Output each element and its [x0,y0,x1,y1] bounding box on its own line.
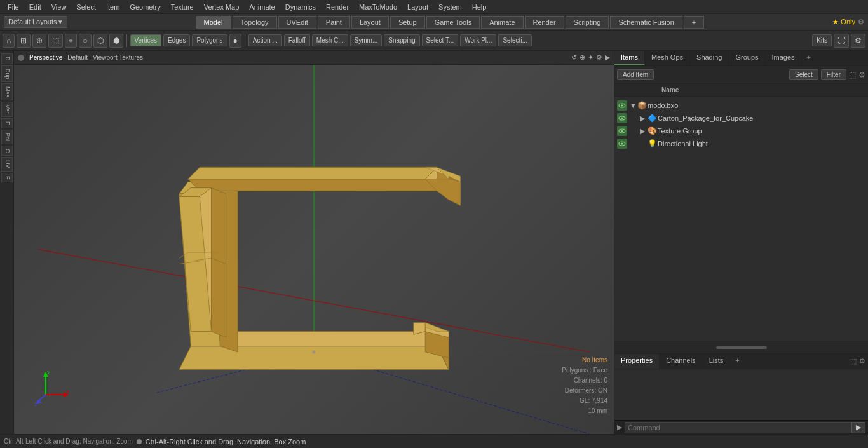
sidebar-btn-dup[interactable]: Dup [1,65,13,83]
work-plane-button[interactable]: Work Pl... [460,34,496,46]
tool-poly[interactable]: ⬡ [93,34,107,48]
menu-maxtomodo[interactable]: MaxToModo [354,2,402,12]
viewport-canvas[interactable]: Y X Z No Items Polygons : Face [14,65,614,434]
tab-setup[interactable]: Setup [390,16,425,29]
action-button[interactable]: Action ... [248,34,282,46]
panel-tab-add[interactable]: + [802,51,816,65]
tab-add[interactable]: + [684,16,704,29]
panel-tab-groups[interactable]: Groups [729,51,765,65]
tool-select-rect[interactable]: ⬚ [48,34,63,48]
filter-button[interactable]: Filter [821,69,846,80]
vp-pan-icon[interactable]: ✦ [588,53,593,62]
sidebar-btn-ver[interactable]: Ver [1,102,13,117]
tree-item-modo-bxo[interactable]: ▼ 📦 modo.bxo [614,99,868,112]
tab-game-tools[interactable]: Game Tools [426,16,480,29]
eye-icon-carton[interactable] [617,113,627,123]
mode-edges[interactable]: Edges [163,34,190,46]
tab-scripting[interactable]: Scripting [566,16,609,29]
command-run-button[interactable]: ▶ [851,422,865,433]
prop-tab-add[interactable]: + [730,354,744,369]
sidebar-btn-uv[interactable]: UV [1,157,13,172]
command-input[interactable] [625,422,851,433]
menu-edit[interactable]: Edit [24,2,46,12]
vp-settings-icon[interactable]: ⚙ [596,53,602,62]
menu-layout[interactable]: Layout [402,2,433,12]
eye-icon-dir-light[interactable] [617,139,627,149]
tool-lasso[interactable]: ⌖ [65,34,77,48]
menu-vertex-map[interactable]: Vertex Map [199,2,245,12]
tree-item-texture-group[interactable]: ▶ 🎨 Texture Group [614,125,868,137]
vp-zoom-icon[interactable]: ⊕ [580,53,585,62]
tree-arrow-modo-bxo[interactable]: ▼ [630,102,637,109]
kits-button[interactable]: Kits [812,34,832,46]
tab-model[interactable]: Model [196,16,231,29]
sidebar-btn-e[interactable]: E [1,118,13,128]
vp-play-icon[interactable]: ▶ [605,53,610,62]
tree-item-dir-light[interactable]: ▶ 💡 Directional Light [614,137,868,150]
select-button[interactable]: Select [789,69,818,80]
layout-dropdown[interactable]: Default Layouts ▾ [4,16,67,28]
tab-render[interactable]: Render [525,16,564,29]
selecti-button[interactable]: Selecti... [498,34,531,46]
menu-texture[interactable]: Texture [166,2,199,12]
eye-icon-modo-bxo[interactable] [617,100,627,111]
snap-button[interactable]: Snapping [384,34,419,46]
sidebar-btn-f[interactable]: F [1,173,13,183]
tool-grid[interactable]: ⊞ [17,34,31,48]
tab-uvedit[interactable]: UVEdit [278,16,316,29]
tab-schematic-fusion[interactable]: Schematic Fusion [610,16,682,29]
panel-expand-icon[interactable]: ⬚ [849,71,856,79]
mode-item[interactable]: ● [229,34,241,48]
panel-settings-icon[interactable]: ⚙ [858,71,865,79]
sidebar-btn-d[interactable]: D [1,53,13,64]
sidebar-btn-c[interactable]: C [1,146,13,156]
prop-tab-lists[interactable]: Lists [703,354,731,369]
tab-paint[interactable]: Paint [318,16,350,29]
menu-item[interactable]: Item [101,2,125,12]
prop-expand-icon[interactable]: ⬚ [850,357,857,365]
tool-item[interactable]: ⬢ [109,34,123,48]
vp-rotate-icon[interactable]: ↺ [571,53,577,62]
prop-settings-icon[interactable]: ⚙ [859,357,865,365]
tab-layout[interactable]: Layout [351,16,389,29]
panel-tab-items[interactable]: Items [614,51,645,65]
mode-vertices[interactable]: Vertices [130,34,162,46]
panel-tab-meshops[interactable]: Mesh Ops [645,51,690,65]
menu-geometry[interactable]: Geometry [125,2,165,12]
menu-system[interactable]: System [433,2,467,12]
tree-item-carton[interactable]: ▶ 🔷 Carton_Package_for_Cupcake [614,112,868,125]
tree-arrow-carton[interactable]: ▶ [640,114,648,123]
tree-arrow-texture[interactable]: ▶ [640,127,648,135]
select-tool-button[interactable]: Select T... [422,34,459,46]
tool-crosshair[interactable]: ⊕ [32,34,46,48]
menu-view[interactable]: View [46,2,72,12]
sidebar-btn-pol[interactable]: Pol [1,130,13,144]
scene-tree[interactable]: ▼ 📦 modo.bxo ▶ 🔷 Carton_Package_for_Cupc… [614,97,868,341]
tab-topology[interactable]: Topology [233,16,277,29]
prop-tab-properties[interactable]: Properties [614,354,660,369]
panel-tab-shading[interactable]: Shading [690,51,729,65]
add-item-button[interactable]: Add Item [617,69,654,80]
menu-help[interactable]: Help [467,2,492,12]
panel-tab-images[interactable]: Images [766,51,802,65]
bottom-status-bar: Ctrl-Alt-Left Click and Drag: Navigation… [0,434,868,448]
symm-button[interactable]: Symm... [350,34,383,46]
tab-animate[interactable]: Animate [481,16,523,29]
menu-select[interactable]: Select [71,2,101,12]
tool-circle[interactable]: ○ [79,34,91,48]
settings-button[interactable]: ⚙ [851,34,865,48]
sidebar-btn-mes[interactable]: Mes [1,83,13,100]
viewport[interactable]: Perspective Default Viewport Textures ↺ … [14,51,614,434]
prop-tab-channels[interactable]: Channels [660,354,702,369]
layout-settings-icon[interactable]: ⚙ [858,18,864,26]
fullscreen-button[interactable]: ⛶ [834,34,849,48]
mode-polygons[interactable]: Polygons [192,34,227,46]
falloff-button[interactable]: Falloff [284,34,310,46]
tool-home[interactable]: ⌂ [3,34,15,48]
menu-animate[interactable]: Animate [244,2,280,12]
menu-dynamics[interactable]: Dynamics [280,2,321,12]
mesh-button[interactable]: Mesh C... [312,34,348,46]
menu-file[interactable]: File [3,2,24,12]
eye-icon-texture-group[interactable] [617,126,627,136]
menu-render[interactable]: Render [321,2,354,12]
